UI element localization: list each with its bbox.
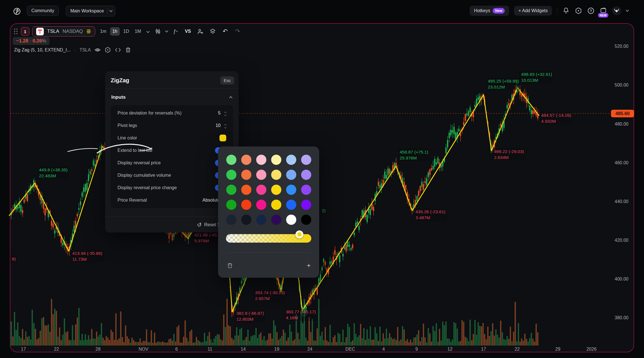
layers-button[interactable] [208, 27, 217, 36]
color-swatch[interactable] [301, 170, 311, 180]
color-swatch[interactable] [226, 170, 236, 180]
value-stepper[interactable] [225, 123, 226, 128]
color-swatch[interactable] [226, 215, 236, 225]
timeframe-1m[interactable]: 1m [98, 27, 108, 36]
color-swatch[interactable] [256, 170, 266, 180]
indicators-button[interactable]: ƒ+ [171, 27, 180, 36]
color-swatch[interactable] [256, 200, 266, 210]
add-widgets-button[interactable]: + Add Widgets [514, 6, 552, 16]
compare-vs-button[interactable]: VS [183, 27, 193, 36]
time-tick: 29 [555, 347, 560, 352]
time-tick: 19 [274, 347, 279, 352]
color-swatch[interactable] [271, 155, 281, 165]
setting-row: Display reversal price change [111, 182, 233, 194]
color-swatch[interactable] [241, 215, 251, 225]
color-swatch[interactable] [241, 155, 251, 165]
color-swatch[interactable] [271, 170, 281, 180]
color-swatch[interactable] [271, 200, 281, 210]
setting-value[interactable]: Absolute [203, 198, 220, 203]
avatar[interactable] [612, 6, 621, 15]
setting-row: Price ReversalAbsolute [111, 194, 233, 206]
esc-button[interactable]: Esc [220, 76, 234, 85]
wallet-new-badge: NEW [598, 13, 608, 18]
inputs-section-header[interactable]: Inputs [105, 89, 239, 104]
trading-app: Community Main Workspace Hotkeys New + A… [0, 0, 644, 358]
timeframe-1M[interactable]: 1M [133, 27, 143, 36]
chart-type-chevron-icon[interactable] [165, 29, 168, 32]
color-swatch[interactable] [226, 185, 236, 195]
pivot-label: 393.74 (-30.23)2.657M [254, 289, 286, 302]
line-color-swatch[interactable] [219, 135, 226, 141]
color-swatch[interactable] [271, 185, 281, 195]
account-chevron-icon[interactable] [626, 8, 629, 12]
indicator-legend: Zig Zag (5, 10, EXTEND_I... · TSLA [14, 47, 131, 53]
color-swatch[interactable] [241, 185, 251, 195]
color-swatch[interactable] [241, 170, 251, 180]
timeframe-1D[interactable]: 1D [121, 27, 131, 36]
timeframe-1h[interactable]: 1h [110, 27, 120, 36]
symbol-label: TSLA [47, 29, 59, 34]
dialog-header: ZigZag Esc [105, 71, 239, 89]
workspace-divider [107, 8, 108, 14]
community-button[interactable]: Community [27, 6, 59, 16]
setting-row: Price deviation for reversals (%)5 [111, 107, 233, 119]
svg-text:?: ? [590, 9, 592, 13]
delete-indicator-icon[interactable] [125, 47, 131, 53]
color-swatch[interactable] [286, 185, 296, 195]
color-swatch[interactable] [286, 215, 296, 225]
source-code-icon[interactable] [115, 47, 121, 53]
system-status-icon[interactable] [575, 7, 582, 14]
setting-label: Display reversal price [118, 160, 161, 165]
workspace-selector[interactable]: Main Workspace [66, 6, 115, 16]
color-swatch[interactable] [301, 185, 311, 195]
color-swatch[interactable] [271, 215, 281, 225]
social-compare-button[interactable] [195, 27, 205, 36]
color-swatch[interactable] [286, 170, 296, 180]
timeframe-chevron-icon[interactable] [147, 30, 150, 33]
app-logo[interactable] [12, 7, 21, 17]
color-swatch[interactable] [286, 200, 296, 210]
color-swatch[interactable] [256, 155, 266, 165]
color-swatch[interactable] [241, 200, 251, 210]
bull-avatar-icon [613, 8, 620, 14]
add-custom-color-button[interactable]: + [307, 262, 311, 269]
redo-button[interactable]: ↷ [233, 27, 242, 36]
visibility-eye-icon[interactable] [94, 47, 101, 53]
gold-coins-icon [86, 29, 91, 34]
drag-handle-icon[interactable] [14, 28, 18, 35]
community-label: Community [31, 8, 54, 13]
setting-value[interactable]: 5 [218, 111, 221, 116]
symbol-selector[interactable]: TSLA NASDAQ [32, 26, 95, 36]
help-icon[interactable]: ? [587, 7, 595, 14]
notifications-bell-icon[interactable] [562, 7, 570, 14]
change-badge: −1.28 · 0.26% [13, 37, 49, 45]
time-tick: 14 [241, 347, 246, 352]
indicator-title[interactable]: Zig Zag (5, 10, EXTEND_I... [14, 48, 71, 53]
chevron-down-icon [109, 9, 112, 12]
color-swatch[interactable] [286, 155, 296, 165]
color-swatch[interactable] [301, 215, 311, 225]
value-stepper[interactable] [225, 111, 226, 116]
pane-number-badge[interactable]: 1 [21, 27, 29, 36]
setting-value[interactable]: 10 [216, 123, 221, 128]
wallet-container[interactable]: NEW [600, 7, 607, 15]
setting-label: Price Reversal [118, 198, 147, 203]
legend-symbol: TSLA [79, 48, 91, 53]
chart-type-button[interactable] [153, 27, 163, 36]
opacity-slider-handle[interactable] [295, 230, 303, 238]
undo-button[interactable]: ↶ [220, 27, 230, 36]
top-header: Community Main Workspace Hotkeys New + A… [0, 0, 644, 23]
indicator-settings-icon[interactable] [105, 47, 111, 53]
remove-color-trash-icon[interactable] [227, 262, 233, 269]
color-swatch[interactable] [301, 200, 311, 210]
color-swatch[interactable] [226, 200, 236, 210]
hotkeys-button[interactable]: Hotkeys New [470, 6, 509, 16]
pivot-label: 383.77 (-45.17)4.16M [284, 309, 317, 321]
color-swatch[interactable] [226, 155, 236, 165]
header-divider [557, 7, 557, 14]
color-swatch[interactable] [256, 215, 266, 225]
color-picker-popover: + [218, 146, 319, 278]
color-swatch[interactable] [256, 185, 266, 195]
setting-label: Pivot legs [118, 123, 137, 128]
color-swatch[interactable] [301, 155, 311, 165]
